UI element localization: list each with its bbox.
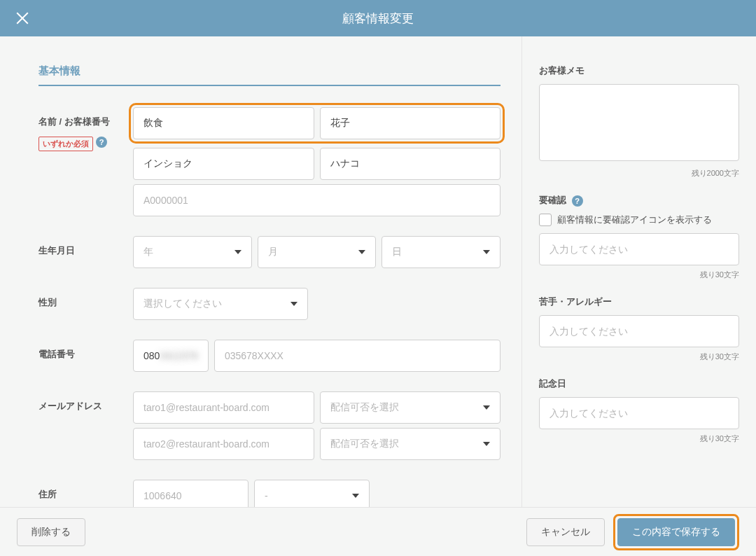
birth-month-placeholder: 月	[268, 246, 278, 258]
required-badge: いずれか必須	[38, 137, 93, 151]
phone-row: 電話番号 0800412378	[38, 340, 500, 372]
confirm-counter: 残り30文字	[539, 270, 739, 280]
email2-delivery-select[interactable]: 配信可否を選択	[320, 428, 501, 460]
allergy-label: 苦手・アレルギー	[539, 296, 739, 308]
address-label: 住所	[38, 480, 133, 501]
address-body: -	[133, 480, 500, 507]
zipcode-input[interactable]	[133, 480, 248, 507]
anniversary-input[interactable]	[539, 397, 739, 429]
name-label-text: 名前 / お客様番号	[38, 116, 133, 128]
birthday-label: 生年月日	[38, 236, 133, 257]
cancel-button[interactable]: キャンセル	[526, 518, 605, 546]
confirm-input[interactable]	[539, 233, 739, 265]
prefecture-placeholder: -	[265, 490, 268, 501]
modal-title: 顧客情報変更	[342, 11, 414, 27]
prefecture-select[interactable]: -	[254, 480, 370, 507]
firstname-input[interactable]	[320, 107, 501, 139]
email1-delivery-select[interactable]: 配信可否を選択	[320, 391, 501, 424]
confirm-checkbox-row[interactable]: 顧客情報に要確認アイコンを表示する	[539, 214, 739, 226]
phone1-input[interactable]: 0800412378	[133, 340, 209, 372]
birth-month-select[interactable]: 月	[258, 236, 377, 268]
email-body: 配信可否を選択 配信可否を選択	[133, 391, 500, 460]
chevron-down-icon	[358, 250, 365, 254]
confirm-checkbox-label: 顧客情報に要確認アイコンを表示する	[557, 214, 712, 226]
address-row: 住所 -	[38, 480, 500, 507]
close-icon[interactable]	[15, 11, 29, 25]
name-row: 名前 / お客様番号 いずれか必須 ?	[38, 107, 500, 216]
birthday-row: 生年月日 年 月 日	[38, 236, 500, 268]
customer-number-input[interactable]	[133, 184, 500, 216]
name-label: 名前 / お客様番号 いずれか必須 ?	[38, 107, 133, 151]
memo-counter: 残り2000文字	[539, 168, 739, 179]
birth-day-select[interactable]: 日	[382, 236, 500, 268]
lastname-kana-input[interactable]	[133, 148, 314, 180]
email2-delivery-placeholder: 配信可否を選択	[330, 438, 399, 450]
modal-header: 顧客情報変更	[0, 0, 756, 36]
left-panel: 基本情報 名前 / お客様番号 いずれか必須 ?	[0, 36, 522, 507]
memo-label: お客様メモ	[539, 64, 739, 77]
help-icon[interactable]: ?	[572, 195, 583, 207]
help-icon[interactable]: ?	[96, 137, 107, 148]
save-highlight: この内容で保存する	[613, 514, 739, 550]
email2-input[interactable]	[133, 428, 314, 460]
chevron-down-icon	[483, 250, 490, 254]
firstname-kana-input[interactable]	[320, 148, 501, 180]
phone-body: 0800412378	[133, 340, 500, 372]
confirm-label: 要確認 ?	[539, 194, 739, 207]
save-button[interactable]: この内容で保存する	[617, 518, 735, 546]
anniversary-counter: 残り30文字	[539, 433, 739, 444]
gender-placeholder: 選択してください	[144, 298, 222, 310]
allergy-counter: 残り30文字	[539, 352, 739, 362]
email1-delivery-placeholder: 配信可否を選択	[330, 401, 399, 414]
name-highlight	[129, 103, 505, 144]
lastname-input[interactable]	[133, 107, 314, 139]
birth-year-select[interactable]: 年	[133, 236, 252, 268]
chevron-down-icon	[290, 302, 298, 306]
right-panel: お客様メモ 残り2000文字 要確認 ? 顧客情報に要確認アイコンを表示する 残…	[522, 36, 756, 507]
name-body	[133, 107, 500, 216]
email-row: メールアドレス 配信可否を選択 配信可否を選択	[38, 391, 500, 460]
content: 基本情報 名前 / お客様番号 いずれか必須 ?	[0, 36, 756, 507]
section-title: 基本情報	[38, 64, 500, 86]
birthday-body: 年 月 日	[133, 236, 500, 268]
allergy-input[interactable]	[539, 315, 739, 347]
anniversary-label: 記念日	[539, 377, 739, 390]
email1-input[interactable]	[133, 391, 314, 424]
confirm-label-text: 要確認	[539, 195, 566, 205]
chevron-down-icon	[483, 442, 490, 446]
confirm-checkbox[interactable]	[539, 214, 552, 226]
footer: 削除する キャンセル この内容で保存する	[0, 507, 756, 556]
memo-textarea[interactable]	[539, 84, 739, 161]
phone1-visible: 080	[144, 350, 160, 361]
birth-day-placeholder: 日	[392, 246, 402, 258]
chevron-down-icon	[234, 250, 241, 254]
delete-button[interactable]: 削除する	[17, 518, 85, 546]
phone2-input[interactable]	[214, 340, 500, 372]
chevron-down-icon	[483, 405, 490, 410]
gender-label: 性別	[38, 288, 133, 309]
gender-body: 選択してください	[133, 288, 308, 320]
phone-label: 電話番号	[38, 340, 133, 361]
birth-year-placeholder: 年	[144, 246, 153, 258]
email-label: メールアドレス	[38, 391, 133, 412]
chevron-down-icon	[352, 494, 359, 498]
gender-row: 性別 選択してください	[38, 288, 500, 320]
footer-right: キャンセル この内容で保存する	[526, 514, 739, 550]
phone1-blurred: 0412378	[160, 350, 198, 361]
gender-select[interactable]: 選択してください	[133, 288, 308, 320]
